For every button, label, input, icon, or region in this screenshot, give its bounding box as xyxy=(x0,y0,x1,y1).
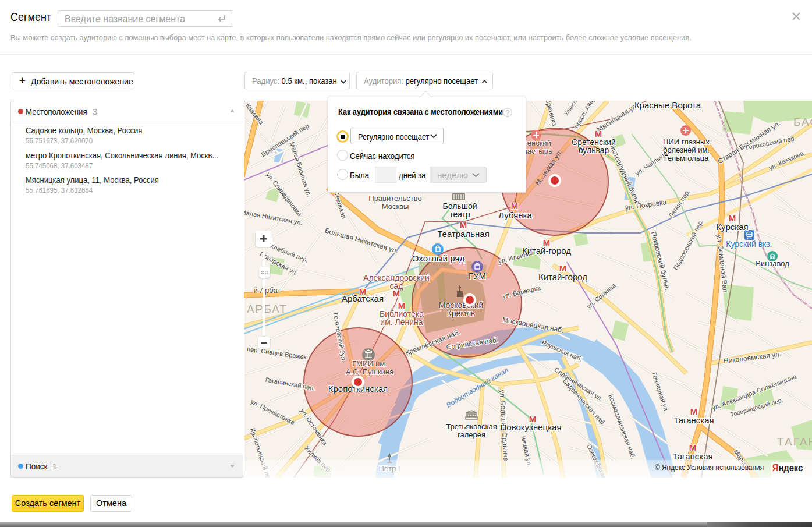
svg-text:галерея: галерея xyxy=(458,430,485,439)
svg-text:Третьяковская: Третьяковская xyxy=(446,422,497,431)
svg-text:бульвар: бульвар xyxy=(579,146,609,155)
svg-text:Правительство: Правительство xyxy=(368,194,421,203)
svg-text:Таганская: Таганская xyxy=(673,415,714,425)
svg-text:Москвы: Москвы xyxy=(382,202,409,211)
svg-text:болезней им.: болезней им. xyxy=(663,146,710,154)
svg-text:ТАГАНСКИЙ: ТАГАНСКИЙ xyxy=(777,436,812,448)
svg-text:сад: сад xyxy=(390,281,403,291)
svg-text:Гельмгольца: Гельмгольца xyxy=(664,154,709,162)
svg-text:Винзавод: Винзавод xyxy=(756,259,789,268)
svg-text:АРБАТ: АРБАТ xyxy=(247,303,288,315)
svg-text:ГМИИ им.: ГМИИ им. xyxy=(352,359,387,368)
svg-text:Театральная: Театральная xyxy=(437,229,490,239)
svg-text:им. Ленина: им. Ленина xyxy=(380,317,423,327)
svg-text:Кремль: Кремль xyxy=(447,309,476,318)
svg-text:Лубянка: Лубянка xyxy=(498,210,532,220)
svg-text:Арбатская: Арбатская xyxy=(342,293,384,303)
svg-text:Курский вкз.: Курский вкз. xyxy=(726,239,772,249)
svg-text:А.С. Пушкина: А.С. Пушкина xyxy=(346,367,394,376)
svg-text:Красные Ворота: Красные Ворота xyxy=(634,101,701,110)
svg-text:БАСМАННЫЙ: БАСМАННЫЙ xyxy=(793,116,812,128)
svg-text:ГУМ: ГУМ xyxy=(469,271,486,281)
svg-text:театр: театр xyxy=(449,210,470,219)
svg-text:Китай-город: Китай-город xyxy=(538,272,587,282)
svg-text:й Арбат: й Арбат xyxy=(254,286,281,295)
svg-text:Курская: Курская xyxy=(716,222,748,232)
svg-text:Охотный ряд: Охотный ряд xyxy=(412,253,465,263)
svg-text:Новокузнецкая: Новокузнецкая xyxy=(501,422,562,432)
svg-text:Китай-город: Китай-город xyxy=(522,246,571,256)
svg-text:НИИ глазных: НИИ глазных xyxy=(663,137,710,146)
svg-text:М: М xyxy=(511,201,519,211)
